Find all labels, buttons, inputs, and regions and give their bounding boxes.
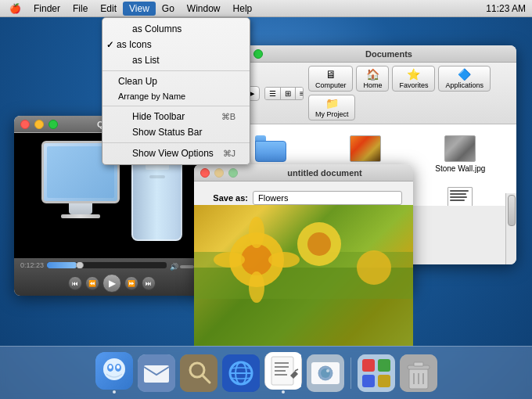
- save-as-row: Save as:: [205, 191, 402, 205]
- qt-progress-bar[interactable]: [47, 262, 167, 268]
- menu-separator-1: [102, 70, 250, 71]
- qt-close-button[interactable]: [20, 120, 30, 129]
- menubar: 🍎 Finder File Edit View Go Window Help 1…: [0, 0, 532, 17]
- qt-fast-forward-button[interactable]: ⏩: [124, 276, 138, 290]
- documents-title: Documents: [268, 49, 510, 59]
- view-menu[interactable]: View: [123, 2, 156, 16]
- edit-menu[interactable]: Edit: [94, 2, 123, 16]
- dock-ie[interactable]: [222, 354, 260, 392]
- scrollbar-thumb[interactable]: [508, 195, 516, 226]
- menu-item-as-icons[interactable]: ✓ as Icons: [102, 37, 250, 52]
- quicktime-controls: 0:12:23 🔊 ⏮ ⏪ ▶ ⏩ ⏭: [14, 258, 210, 296]
- svg-point-15: [109, 365, 112, 369]
- save-dialog-title: untitled document: [243, 168, 407, 178]
- file-item-readme[interactable]: Read me: [417, 184, 504, 206]
- dock-system-prefs[interactable]: [358, 354, 395, 392]
- view-toggle: ☰ ⊞ ≡: [264, 87, 304, 100]
- home-button[interactable]: 🏠 Home: [356, 66, 389, 92]
- apple-menu[interactable]: 🍎: [3, 2, 27, 16]
- qt-time: 0:12:23: [20, 261, 44, 269]
- view-btn-1[interactable]: ☰: [265, 88, 281, 99]
- menu-separator-3: [102, 142, 250, 143]
- qt-playback-buttons: ⏮ ⏪ ▶ ⏩ ⏭: [20, 274, 203, 293]
- view-btn-3[interactable]: ≡: [296, 88, 304, 99]
- save-dialog-close[interactable]: [200, 168, 210, 178]
- save-dialog-maximize[interactable]: [228, 168, 238, 178]
- clock: 11:23 AM: [486, 3, 526, 14]
- dock-textedit[interactable]: [264, 352, 302, 394]
- menu-item-as-list[interactable]: as List: [102, 52, 250, 68]
- qt-play-button[interactable]: ▶: [102, 274, 121, 293]
- dock-separator: [350, 358, 351, 389]
- menu-item-show-view-options[interactable]: Show View Options ⌘J: [102, 146, 250, 161]
- dock-mail[interactable]: [138, 354, 175, 392]
- qt-skip-forward-button[interactable]: ⏭: [142, 276, 156, 290]
- view-dropdown: as Columns ✓ as Icons as List Clean Up A…: [102, 17, 250, 165]
- window-menu[interactable]: Window: [181, 2, 227, 16]
- go-menu[interactable]: Go: [156, 2, 181, 16]
- svg-rect-41: [378, 359, 390, 372]
- documents-toolbar: ◀ ▶ ☰ ⊞ ≡ 🖥 Computer 🏠 Home ⭐ Fav: [219, 63, 516, 124]
- qt-rewind-button[interactable]: ⏪: [85, 276, 99, 290]
- dock: [0, 346, 532, 399]
- svg-point-6: [357, 250, 391, 285]
- dock-iphoto[interactable]: [307, 354, 344, 392]
- svg-rect-40: [362, 359, 375, 372]
- finder-menu[interactable]: Finder: [27, 2, 66, 16]
- view-btn-2[interactable]: ⊞: [281, 88, 296, 99]
- qt-progress-fill: [47, 262, 77, 268]
- dock-trash[interactable]: [400, 354, 437, 392]
- save-dialog-minimize[interactable]: [214, 168, 224, 178]
- svg-point-5: [307, 232, 331, 256]
- menu-item-hide-toolbar[interactable]: Hide Toolbar ⌘B: [102, 109, 250, 124]
- save-as-label: Save as:: [205, 193, 248, 203]
- qt-skip-back-button[interactable]: ⏮: [68, 276, 82, 290]
- computer-button[interactable]: 🖥 Computer: [308, 66, 354, 92]
- svg-point-9: [214, 252, 245, 268]
- svg-point-38: [326, 369, 329, 372]
- save-dialog-titlebar[interactable]: untitled document: [194, 164, 413, 182]
- menu-item-show-status-bar[interactable]: Show Status Bar: [102, 124, 250, 140]
- svg-rect-47: [414, 362, 423, 366]
- menu-item-cleanup[interactable]: Clean Up Arrange by Name: [102, 74, 250, 103]
- flower-svg: [194, 205, 413, 346]
- svg-point-8: [249, 271, 264, 303]
- documents-titlebar[interactable]: Documents: [219, 45, 516, 63]
- documents-scrollbar[interactable]: [505, 193, 516, 264]
- myproject-button[interactable]: 📁 My Project: [308, 95, 356, 120]
- qt-minimize-button[interactable]: [34, 120, 44, 129]
- svg-point-16: [117, 365, 120, 369]
- flower-background: [194, 205, 413, 346]
- svg-rect-42: [362, 375, 375, 387]
- svg-point-3: [241, 244, 272, 275]
- svg-rect-19: [180, 354, 217, 392]
- file-menu[interactable]: File: [66, 2, 94, 16]
- svg-point-10: [268, 252, 300, 268]
- svg-rect-43: [378, 375, 390, 387]
- menu-item-as-columns[interactable]: as Columns: [102, 21, 250, 37]
- help-menu[interactable]: Help: [227, 2, 259, 16]
- toolbar-icons: 🖥 Computer 🏠 Home ⭐ Favorites 🔷 Applicat…: [308, 66, 512, 120]
- dock-detective[interactable]: [180, 354, 217, 392]
- dock-finder-dot: [113, 390, 116, 394]
- qt-scrubber[interactable]: [76, 262, 84, 268]
- menu-separator-2: [102, 106, 250, 106]
- maximize-button[interactable]: [253, 49, 263, 59]
- qt-maximize-button[interactable]: [49, 120, 58, 129]
- file-item-stone[interactable]: Stone Wall.jpg: [417, 132, 504, 176]
- dock-textedit-dot: [282, 390, 285, 394]
- applications-button[interactable]: 🔷 Applications: [438, 66, 491, 92]
- desktop: 🍎 Finder File Edit View Go Window Help 1…: [0, 0, 532, 399]
- svg-point-7: [249, 217, 264, 248]
- favorites-button[interactable]: ⭐ Favorites: [392, 66, 435, 92]
- save-as-input[interactable]: [253, 191, 402, 205]
- dock-finder[interactable]: [95, 352, 133, 394]
